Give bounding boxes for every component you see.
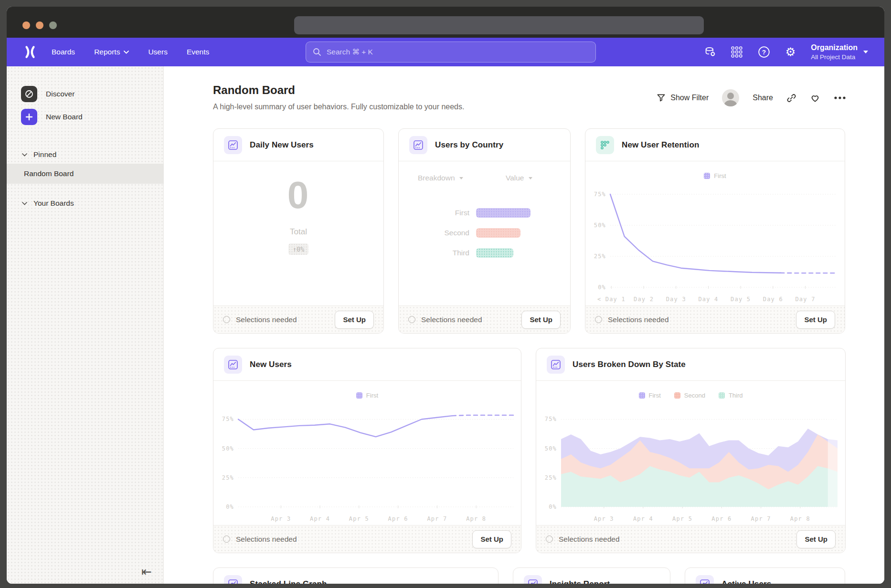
card-active-users: Active Users bbox=[685, 567, 845, 584]
status-text: Selections needed bbox=[236, 535, 297, 544]
set-up-button[interactable]: Set Up bbox=[521, 311, 561, 329]
org-switcher[interactable]: Organization All Project Data bbox=[811, 43, 868, 61]
retention-chart: 0%25%50%75%< Day 1Day 2Day 3Day 4Day 5Da… bbox=[585, 181, 845, 305]
svg-text:Apr 5: Apr 5 bbox=[672, 515, 692, 522]
set-up-button[interactable]: Set Up bbox=[796, 530, 836, 548]
browser-url-bar[interactable] bbox=[294, 16, 704, 34]
traffic-light-close[interactable] bbox=[22, 21, 30, 29]
line-chart-icon bbox=[224, 136, 242, 154]
breakdown-bar bbox=[476, 208, 530, 218]
traffic-light-minimize[interactable] bbox=[36, 21, 43, 29]
collapse-sidebar-icon[interactable]: ⇤ bbox=[141, 566, 152, 578]
legend-swatch-icon bbox=[704, 173, 710, 179]
svg-text:?: ? bbox=[762, 49, 766, 56]
card-title: Users Broken Down By State bbox=[573, 360, 686, 369]
svg-text:Day 4: Day 4 bbox=[698, 296, 718, 303]
svg-text:0%: 0% bbox=[226, 504, 234, 510]
set-up-button[interactable]: Set Up bbox=[472, 530, 511, 548]
sidebar-item-random-board[interactable]: Random Board bbox=[7, 164, 163, 184]
line-chart-icon bbox=[524, 575, 542, 584]
chart-legend: First bbox=[213, 381, 521, 401]
breakdown-row[interactable]: First bbox=[399, 208, 570, 218]
sidebar-item-discover[interactable]: Discover bbox=[7, 83, 163, 105]
card-title: Insights Report bbox=[550, 579, 610, 584]
nav-item-users[interactable]: Users bbox=[148, 48, 167, 56]
avatar[interactable] bbox=[722, 89, 739, 106]
help-icon[interactable]: ? bbox=[758, 46, 770, 58]
state-area-chart: 0%25%50%75%Apr 3Apr 4Apr 5Apr 6Apr 7Apr … bbox=[536, 401, 845, 525]
main-content: Random Board A high-level summary of use… bbox=[164, 66, 884, 584]
data-management-icon[interactable] bbox=[704, 46, 716, 58]
org-project: All Project Data bbox=[811, 53, 858, 61]
card-new-user-retention: New User Retention First 0%25%50%75%< Da… bbox=[585, 128, 845, 334]
plus-icon bbox=[21, 109, 37, 125]
sidebar-section-pinned[interactable]: Pinned bbox=[7, 146, 163, 164]
funnel-icon bbox=[657, 94, 666, 102]
svg-text:Apr 4: Apr 4 bbox=[633, 515, 653, 522]
legend-item[interactable]: First bbox=[639, 392, 661, 399]
show-filter-button[interactable]: Show Filter bbox=[657, 94, 709, 102]
svg-text:50%: 50% bbox=[594, 222, 606, 229]
chevron-down-icon bbox=[22, 153, 27, 157]
svg-text:75%: 75% bbox=[222, 416, 234, 422]
svg-text:< Day 1: < Day 1 bbox=[597, 296, 626, 303]
nav-item-events[interactable]: Events bbox=[187, 48, 209, 56]
copy-link-icon[interactable] bbox=[786, 93, 796, 103]
metric-label: Total bbox=[290, 227, 307, 237]
svg-text:25%: 25% bbox=[545, 474, 557, 481]
svg-text:Day 7: Day 7 bbox=[795, 296, 815, 303]
top-navbar: Boards Reports Users Events Search ⌘ + K… bbox=[7, 38, 884, 66]
mixpanel-logo-icon[interactable] bbox=[23, 45, 37, 59]
legend-swatch-icon bbox=[356, 392, 362, 399]
traffic-light-zoom[interactable] bbox=[49, 21, 57, 29]
retention-grid-icon bbox=[596, 136, 614, 154]
svg-text:Apr 6: Apr 6 bbox=[711, 515, 732, 522]
more-options-icon[interactable] bbox=[834, 96, 846, 100]
breakdown-dropdown[interactable]: Breakdown bbox=[418, 174, 463, 182]
svg-text:Apr 4: Apr 4 bbox=[310, 515, 330, 522]
breakdown-bar bbox=[476, 248, 513, 258]
set-up-button[interactable]: Set Up bbox=[796, 311, 835, 329]
svg-text:Apr 8: Apr 8 bbox=[466, 515, 486, 522]
breakdown-label: First bbox=[399, 209, 469, 217]
metric-delta-badge: ↑0% bbox=[288, 243, 308, 255]
legend-item[interactable]: Second bbox=[674, 392, 705, 399]
page-title: Random Board bbox=[213, 84, 464, 97]
favorite-heart-icon[interactable] bbox=[810, 93, 820, 103]
metric-value: 0 bbox=[287, 176, 310, 215]
status-text: Selections needed bbox=[559, 535, 620, 544]
card-users-by-state: Users Broken Down By State FirstSecondTh… bbox=[536, 348, 846, 553]
search-placeholder: Search ⌘ + K bbox=[327, 48, 373, 56]
set-up-button[interactable]: Set Up bbox=[335, 311, 374, 329]
nav-item-reports[interactable]: Reports bbox=[94, 48, 129, 56]
svg-text:50%: 50% bbox=[545, 445, 557, 452]
card-daily-new-users: Daily New Users 0 Total ↑0% Selections n… bbox=[213, 128, 384, 334]
card-users-by-country: Users by Country Breakdown Value FirstSe… bbox=[398, 128, 571, 334]
status-circle-icon bbox=[223, 316, 230, 323]
card-insights-report: Insights Report bbox=[513, 567, 670, 584]
line-chart-icon bbox=[409, 136, 427, 154]
line-chart-icon bbox=[696, 575, 714, 584]
nav-item-boards[interactable]: Boards bbox=[52, 48, 75, 56]
sidebar-item-new-board[interactable]: New Board bbox=[7, 105, 163, 128]
legend-item[interactable]: Third bbox=[719, 392, 743, 399]
legend-item[interactable]: First bbox=[704, 172, 726, 179]
svg-text:Apr 5: Apr 5 bbox=[349, 515, 369, 522]
settings-gear-icon[interactable]: ⚙ bbox=[785, 46, 796, 58]
breakdown-row[interactable]: Second bbox=[399, 228, 570, 238]
svg-text:Apr 7: Apr 7 bbox=[751, 515, 771, 522]
breakdown-row[interactable]: Third bbox=[399, 248, 570, 258]
status-circle-icon bbox=[223, 536, 230, 543]
sidebar-section-your-boards[interactable]: Your Boards bbox=[7, 194, 163, 212]
card-title: New Users bbox=[250, 360, 292, 369]
search-input[interactable]: Search ⌘ + K bbox=[306, 42, 596, 63]
legend-item[interactable]: First bbox=[356, 392, 378, 399]
breakdown-bar bbox=[476, 228, 520, 238]
value-dropdown[interactable]: Value bbox=[506, 174, 532, 182]
chevron-down-icon bbox=[459, 177, 463, 179]
card-title: New User Retention bbox=[622, 140, 699, 150]
legend-label: First bbox=[714, 172, 726, 179]
share-button[interactable]: Share bbox=[753, 94, 773, 102]
apps-grid-icon[interactable] bbox=[731, 46, 742, 58]
status-circle-icon bbox=[595, 316, 602, 323]
